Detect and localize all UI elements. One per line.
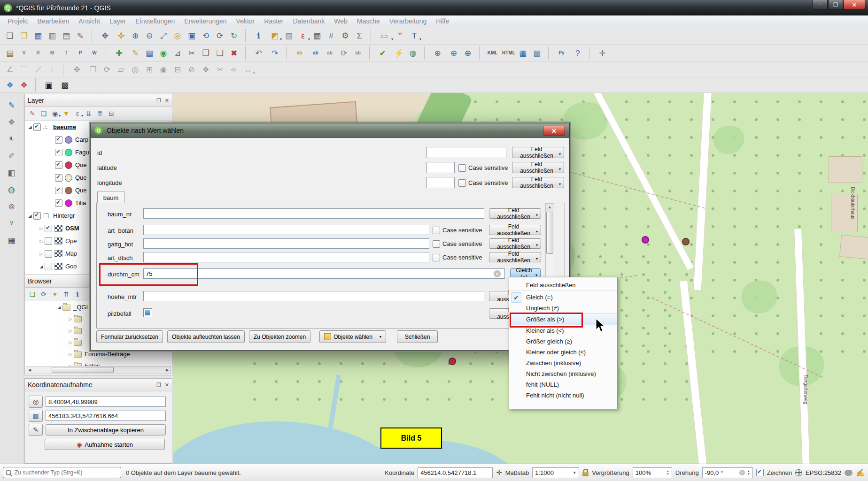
visibility-checkbox[interactable] bbox=[55, 174, 62, 182]
move-feature-button[interactable]: ✥▾ bbox=[63, 63, 85, 76]
add-postgis-layer-button[interactable]: P▾ bbox=[74, 46, 87, 60]
hoehe-mtr-input[interactable] bbox=[143, 291, 484, 301]
visibility-checkbox[interactable] bbox=[55, 136, 62, 144]
raster-calculator-button[interactable]: ⚡▾ bbox=[392, 46, 405, 60]
reset-form-button[interactable]: Formular zurücksetzen bbox=[96, 330, 163, 343]
statistics-panel-button[interactable]: Σ▾ bbox=[353, 29, 366, 42]
expander-icon[interactable] bbox=[38, 264, 45, 269]
advanced-digitizing-button[interactable]: ❖▾ bbox=[5, 115, 18, 129]
trim-extend-button[interactable]: ↔▾ bbox=[241, 63, 255, 76]
exclude-field-button[interactable]: Feld ausschließen▾ bbox=[489, 252, 541, 262]
refresh-map-button[interactable]: ↻▾ bbox=[227, 29, 240, 42]
browser-properties-button[interactable]: ℹ▾ bbox=[72, 289, 83, 299]
visibility-checkbox[interactable] bbox=[45, 250, 52, 258]
minimize-button[interactable]: ─ bbox=[813, 0, 828, 10]
tab-baum[interactable]: baum bbox=[97, 191, 124, 204]
mouse-track-icon[interactable]: ✛ bbox=[496, 468, 502, 477]
deselect-features-button[interactable]: ▨▾ bbox=[282, 29, 295, 42]
zoom-to-features-button[interactable]: Zu Objekten zoomen bbox=[249, 330, 310, 343]
menubar-item[interactable]: Hilfe bbox=[431, 17, 454, 25]
map-feature-point[interactable] bbox=[682, 238, 690, 245]
visibility-checkbox[interactable] bbox=[55, 187, 62, 194]
style-swatch-blue-button[interactable]: ❖▾ bbox=[3, 78, 16, 92]
case-sensitive-checkbox[interactable] bbox=[433, 227, 440, 234]
map-themes-button[interactable]: ◉▾ bbox=[50, 108, 60, 119]
expander-icon[interactable] bbox=[56, 305, 62, 310]
operator-menu-item[interactable]: ✔ Fehlt nicht (nicht null) bbox=[509, 390, 617, 401]
spinner-icons[interactable]: ▲▼ bbox=[666, 470, 669, 475]
close-dialog-button[interactable]: Schließen bbox=[397, 330, 438, 343]
help-contents-button[interactable]: ?▾ bbox=[571, 46, 584, 60]
track-mouse-icon[interactable]: ✎ bbox=[29, 424, 43, 436]
parallel-line-button[interactable]: ⟋▾ bbox=[32, 63, 45, 76]
undo-button[interactable]: ↶▾ bbox=[245, 46, 267, 60]
visibility-checkbox[interactable] bbox=[55, 149, 62, 156]
menubar-item[interactable]: Datenbank bbox=[288, 17, 330, 25]
case-sensitive-checkbox[interactable] bbox=[433, 240, 440, 248]
menubar-item[interactable]: Bearbeiten bbox=[33, 17, 74, 25]
zoom-in-button[interactable]: ⊕▾ bbox=[129, 29, 142, 42]
raster-grid-dock-button[interactable]: ▦▾ bbox=[5, 234, 18, 247]
menubar-item[interactable]: Projekt bbox=[3, 17, 33, 25]
art-botan-input[interactable] bbox=[143, 225, 429, 235]
case-sensitive-checkbox[interactable] bbox=[458, 179, 466, 187]
data-source-manager-button[interactable]: ▤▾ bbox=[3, 46, 16, 60]
scroll-thumb[interactable] bbox=[546, 212, 553, 254]
vertex-editor-button[interactable]: ✎▾ bbox=[5, 99, 18, 112]
expander-icon[interactable] bbox=[67, 317, 74, 321]
rotate-feature-button[interactable]: ⟳▾ bbox=[101, 63, 114, 76]
delete-part-button[interactable]: ⊘▾ bbox=[185, 63, 198, 76]
clear-rotation-icon[interactable]: ✕ bbox=[739, 470, 745, 475]
grid-plugin-button[interactable]: ▦▾ bbox=[516, 46, 529, 60]
identify-features-button[interactable]: ℹ▾ bbox=[245, 29, 267, 42]
add-group-button[interactable]: ❏▾ bbox=[39, 108, 49, 119]
toggle-editing-button[interactable]: ✎▾ bbox=[129, 46, 142, 60]
clear-value-icon[interactable]: ✕ bbox=[494, 270, 501, 277]
art-dtsch-input[interactable] bbox=[143, 252, 429, 262]
zoom-out-button[interactable]: ⊖▾ bbox=[143, 29, 156, 42]
flash-features-button[interactable]: Objekte aufleuchten lassen bbox=[167, 330, 245, 343]
redo-button[interactable]: ↷▾ bbox=[268, 46, 281, 60]
scroll-right-icon[interactable]: ▶ bbox=[164, 368, 170, 372]
simplify-feature-button[interactable]: ▱▾ bbox=[115, 63, 128, 76]
add-raster-layer-button[interactable]: R▾ bbox=[31, 46, 45, 60]
case-sensitive-checkbox[interactable] bbox=[458, 164, 466, 172]
grid-coordinate-icon[interactable]: ▦ bbox=[29, 410, 43, 422]
close-panel-icon[interactable]: ✕ bbox=[165, 382, 169, 388]
layer-styling-button[interactable]: ✎▾ bbox=[27, 108, 38, 119]
expander-icon[interactable] bbox=[67, 340, 74, 345]
python-console-button[interactable]: Py▾ bbox=[548, 46, 570, 60]
magnifier-field[interactable]: 100%▲▼ bbox=[633, 467, 672, 478]
gps-dock-button[interactable]: ◍▾ bbox=[5, 183, 18, 196]
select-by-expression-button[interactable]: ε▾ bbox=[296, 29, 310, 42]
search-layers-button[interactable]: ⊕▾ bbox=[447, 46, 460, 60]
map-tips-button[interactable]: ❞▾ bbox=[394, 29, 407, 42]
expander-icon[interactable] bbox=[67, 328, 74, 333]
geometry-checker-button[interactable]: ✔▾ bbox=[369, 46, 391, 60]
zoom-to-layer-button[interactable]: ▣▾ bbox=[185, 29, 198, 42]
spinner-icons[interactable]: ▲▼ bbox=[747, 470, 750, 475]
fill-ring-button[interactable]: ◉▾ bbox=[157, 63, 170, 76]
gattg-bot-input[interactable] bbox=[143, 238, 429, 249]
case-sensitive-checkbox[interactable] bbox=[433, 254, 440, 261]
visibility-checkbox[interactable] bbox=[33, 123, 41, 131]
vector-dock-button[interactable]: V▾ bbox=[5, 217, 18, 230]
exclude-field-button[interactable]: Feld ausschließen▾ bbox=[512, 177, 564, 188]
scroll-thumb[interactable] bbox=[52, 367, 114, 373]
save-edits-button[interactable]: ▦▾ bbox=[143, 46, 156, 60]
scale-combo[interactable]: 1:1000▼ bbox=[532, 467, 579, 478]
copy-to-clipboard-button[interactable]: In Zwischenablage kopieren bbox=[46, 424, 166, 435]
scroll-left-icon[interactable]: ◀ bbox=[26, 368, 33, 372]
visibility-checkbox[interactable] bbox=[33, 212, 41, 220]
labeling-button[interactable]: ab▾ bbox=[286, 46, 308, 60]
vertex-tool-button[interactable]: ⊿▾ bbox=[171, 46, 184, 60]
durchm-cm-input[interactable] bbox=[143, 268, 505, 279]
menubar-item[interactable]: Layer bbox=[105, 17, 131, 25]
zoom-full-button[interactable]: ⤢▾ bbox=[157, 29, 170, 42]
visibility-checkbox[interactable] bbox=[55, 161, 62, 169]
copy-move-feature-button[interactable]: ❐▾ bbox=[86, 63, 100, 76]
cut-features-button[interactable]: ✂▾ bbox=[185, 46, 198, 60]
enable-advanced-digitizing-button[interactable]: ∠▾ bbox=[3, 63, 16, 76]
reshape-features-button[interactable]: ❖▾ bbox=[199, 63, 212, 76]
new-project-button[interactable]: ❑▾ bbox=[3, 29, 16, 42]
